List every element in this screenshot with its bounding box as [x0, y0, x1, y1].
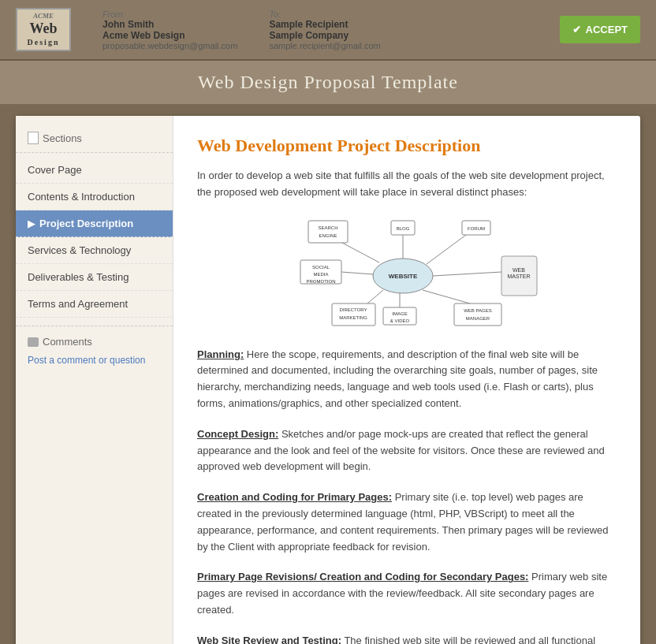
comments-header: Comments — [28, 336, 161, 348]
content-area: Web Development Project Description In o… — [173, 116, 640, 644]
post-comment-link[interactable]: Post a comment or question — [28, 355, 145, 366]
logo-web: Web — [28, 20, 60, 38]
to-email: sample.recipient@gmail.com — [269, 41, 380, 50]
section-title-0: Planning: — [197, 348, 244, 360]
accept-label: ACCEPT — [586, 24, 628, 35]
sidebar-item-terms-label: Terms and Agreement — [28, 298, 128, 310]
svg-line-32 — [342, 243, 379, 262]
sidebar-item-cover-page[interactable]: Cover Page — [16, 157, 173, 184]
section-title-3: Primary Page Revisions/ Creation and Cod… — [197, 571, 528, 583]
svg-text:ENGINE: ENGINE — [319, 233, 337, 238]
svg-text:FORUM: FORUM — [468, 226, 485, 231]
sidebar-item-deliverables-label: Deliverables & Testing — [28, 271, 129, 283]
website-diagram-svg: WEBSITE BLOG FORUM WEB MASTER WEB PAGES … — [257, 213, 557, 331]
svg-text:DIRECTORY: DIRECTORY — [339, 307, 367, 312]
svg-rect-29 — [308, 221, 348, 243]
header-from: From: John Smith Acme Web Design proposa… — [102, 9, 237, 50]
page-title: Web Design Proposal Template — [16, 72, 640, 93]
content-section-1: Concept Design: Sketches and/or page moc… — [197, 426, 617, 475]
sidebar-item-contents-introduction[interactable]: Contents & Introduction — [16, 184, 173, 210]
header-info: From: John Smith Acme Web Design proposa… — [102, 9, 560, 50]
svg-text:& VIDEO: & VIDEO — [390, 318, 410, 323]
sidebar-item-project-description[interactable]: ▶ Project Description — [16, 210, 173, 237]
from-label: From: — [102, 9, 237, 19]
content-section-4: Web Site Review and Testing: The finishe… — [197, 633, 617, 644]
section-title-1: Concept Design: — [197, 428, 278, 440]
svg-line-11 — [433, 272, 501, 276]
content-title: Web Development Project Description — [197, 136, 617, 156]
from-name: John Smith — [102, 19, 237, 30]
svg-line-28 — [341, 272, 373, 274]
svg-text:WEB: WEB — [512, 267, 525, 273]
comments-section: Comments Post a comment or question — [16, 326, 173, 370]
to-label: To: — [269, 9, 380, 19]
sidebar-item-project-label: Project Description — [39, 218, 133, 229]
content-section-3: Primary Page Revisions/ Creation and Cod… — [197, 569, 617, 618]
svg-line-15 — [423, 290, 470, 303]
svg-text:SOCIAL: SOCIAL — [312, 265, 330, 270]
comment-bubble-icon — [28, 337, 39, 347]
active-arrow-icon: ▶ — [28, 218, 35, 229]
sidebar-item-services-technology[interactable]: Services & Technology — [16, 237, 173, 264]
svg-text:WEBSITE: WEBSITE — [389, 273, 418, 280]
content-sections: Planning: Here the scope, requirements, … — [197, 347, 617, 644]
svg-text:WEB PAGES: WEB PAGES — [464, 308, 492, 313]
from-email: proposable.webdesign@gmail.com — [102, 41, 237, 50]
sidebar: Sections Cover Page Contents & Introduct… — [16, 116, 173, 644]
logo-area: ACME Web Design — [16, 8, 71, 51]
accept-button[interactable]: ✔ ACCEPT — [560, 16, 640, 43]
content-section-2: Creation and Coding for Primary Pages: P… — [197, 490, 617, 555]
sidebar-item-deliverables-testing[interactable]: Deliverables & Testing — [16, 264, 173, 291]
svg-text:SEARCH: SEARCH — [318, 225, 337, 230]
diagram-area: WEBSITE BLOG FORUM WEB MASTER WEB PAGES … — [197, 213, 617, 331]
svg-line-23 — [367, 290, 383, 303]
svg-text:MASTER: MASTER — [507, 274, 530, 279]
svg-text:BLOG: BLOG — [397, 226, 410, 231]
svg-text:MARKETING: MARKETING — [339, 315, 367, 320]
svg-text:MANAGER: MANAGER — [466, 316, 490, 321]
sections-label: Sections — [43, 132, 82, 144]
checkmark-icon: ✔ — [572, 24, 581, 35]
header: ACME Web Design From: John Smith Acme We… — [0, 0, 656, 61]
section-title-4: Web Site Review and Testing: — [197, 635, 341, 644]
svg-text:MEDIA: MEDIA — [313, 272, 328, 277]
logo-acme: ACME — [28, 12, 60, 20]
svg-line-7 — [427, 235, 466, 264]
title-bar: Web Design Proposal Template — [0, 61, 656, 104]
svg-rect-12 — [454, 303, 501, 326]
from-company: Acme Web Design — [102, 30, 237, 41]
section-title-2: Creation and Coding for Primary Pages: — [197, 491, 392, 503]
sections-header: Sections — [16, 128, 173, 153]
logo-design: Design — [28, 38, 60, 47]
main-container: Sections Cover Page Contents & Introduct… — [16, 116, 640, 644]
content-intro: In order to develop a web site that fulf… — [197, 168, 617, 201]
to-name: Sample Recipient — [269, 19, 380, 30]
section-text-0: Here the scope, requirements, and descri… — [197, 348, 598, 409]
svg-text:PROMOTION: PROMOTION — [307, 279, 336, 284]
sidebar-item-terms-agreement[interactable]: Terms and Agreement — [16, 291, 173, 318]
to-company: Sample Company — [269, 30, 380, 41]
svg-text:IMAGE: IMAGE — [392, 311, 407, 316]
sidebar-item-services-label: Services & Technology — [28, 244, 131, 256]
comments-label: Comments — [43, 336, 92, 348]
sidebar-item-cover-page-label: Cover Page — [28, 164, 82, 176]
content-section-0: Planning: Here the scope, requirements, … — [197, 347, 617, 412]
logo: ACME Web Design — [16, 8, 71, 51]
header-to: To: Sample Recipient Sample Company samp… — [269, 9, 380, 50]
sidebar-item-contents-label: Contents & Introduction — [28, 191, 135, 203]
sections-page-icon — [28, 132, 39, 144]
